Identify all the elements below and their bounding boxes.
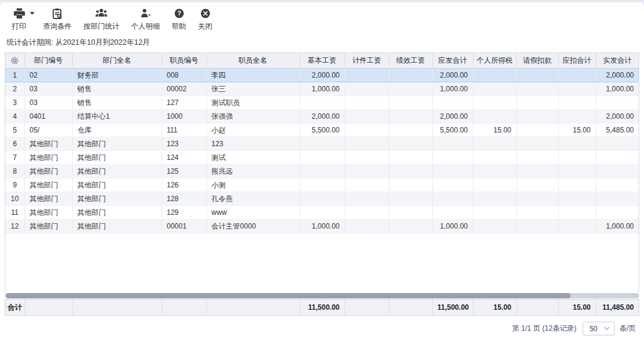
horizontal-scrollbar[interactable] bbox=[5, 293, 639, 298]
cell: 测试职员 bbox=[206, 96, 299, 110]
table-row[interactable]: 10其他部门其他部门128孔令燕 bbox=[5, 192, 639, 206]
close-button[interactable]: 关闭 bbox=[192, 8, 218, 32]
column-settings-button[interactable] bbox=[5, 53, 24, 69]
per-page-label: 条/页 bbox=[620, 323, 636, 334]
cell: 其他部门 bbox=[24, 206, 72, 220]
table-row[interactable]: 9其他部门其他部门126小测 bbox=[5, 178, 639, 192]
scrollbar-thumb[interactable] bbox=[6, 293, 571, 298]
cell bbox=[558, 137, 596, 151]
cell bbox=[516, 178, 558, 192]
data-grid: 部门编号 部门全名 职员编号 职员全名 基本工资 计件工资 绩效工资 应发合计 … bbox=[5, 53, 639, 293]
help-button[interactable]: ? 帮助 bbox=[166, 8, 192, 32]
cell: 9 bbox=[5, 178, 24, 192]
table-row[interactable]: 7其他部门其他部门124测试 bbox=[5, 151, 639, 165]
cell bbox=[345, 192, 389, 206]
page-size-value: 50 bbox=[590, 325, 597, 333]
table-row[interactable]: 11其他部门其他部门129www bbox=[5, 206, 639, 220]
cell bbox=[345, 206, 389, 220]
col-header-dept-no[interactable]: 部门编号 bbox=[24, 53, 72, 69]
col-header-leave-deduction[interactable]: 请假扣款 bbox=[516, 53, 558, 69]
total-row-container: 合计11,500.0011,500.0015.0015.0011,485.00 bbox=[5, 299, 639, 316]
cell bbox=[473, 206, 516, 220]
table-header-row: 部门编号 部门全名 职员编号 职员全名 基本工资 计件工资 绩效工资 应发合计 … bbox=[5, 53, 639, 69]
table-row[interactable]: 8其他部门其他部门125熊兆远 bbox=[5, 165, 639, 178]
cell bbox=[473, 192, 516, 206]
department-stats-button[interactable]: 按部门统计 bbox=[78, 8, 125, 32]
cell: 11 bbox=[5, 206, 24, 220]
cell: 5,500.00 bbox=[299, 124, 345, 137]
cell: 10 bbox=[5, 192, 24, 206]
col-header-emp-name[interactable]: 职员全名 bbox=[206, 53, 299, 69]
cell bbox=[389, 220, 432, 233]
cell bbox=[558, 96, 596, 110]
cell: 其他部门 bbox=[24, 192, 72, 206]
cell bbox=[432, 192, 473, 206]
table-row[interactable]: 6其他部门其他部门123123 bbox=[5, 137, 639, 151]
cell: 1,000.00 bbox=[596, 220, 639, 233]
chevron-down-icon bbox=[30, 12, 35, 15]
cell bbox=[345, 96, 389, 110]
cell bbox=[389, 82, 432, 96]
col-header-emp-no[interactable]: 职员编号 bbox=[162, 53, 206, 69]
personal-detail-button[interactable]: 个人明细 bbox=[125, 8, 166, 32]
cell: 008 bbox=[162, 69, 206, 82]
col-header-dept-name[interactable]: 部门全名 bbox=[72, 53, 162, 69]
total-cell bbox=[24, 300, 72, 315]
col-header-income-tax[interactable]: 个人所得税 bbox=[473, 53, 516, 69]
col-header-performance-salary[interactable]: 绩效工资 bbox=[389, 53, 432, 69]
cell: 00001 bbox=[162, 220, 206, 233]
cell: 8 bbox=[5, 165, 24, 178]
printer-icon bbox=[14, 8, 25, 19]
col-header-piece-salary[interactable]: 计件工资 bbox=[345, 53, 389, 69]
cell: 15.00 bbox=[558, 124, 596, 137]
gear-icon bbox=[10, 56, 19, 65]
cell bbox=[345, 178, 389, 192]
cell: 128 bbox=[162, 192, 206, 206]
table-row[interactable]: 303销售127测试职员 bbox=[5, 96, 639, 110]
total-cell: 11,485.00 bbox=[596, 300, 639, 315]
cell bbox=[345, 151, 389, 165]
table-row[interactable]: 102财务部008李四2,000.002,000.002,000.00 bbox=[5, 69, 639, 82]
table-row[interactable]: 40401结算中心11000张强强2,000.002,000.002,000.0… bbox=[5, 110, 639, 124]
col-header-basic-salary[interactable]: 基本工资 bbox=[299, 53, 345, 69]
print-button[interactable]: 打印 bbox=[6, 8, 32, 32]
chevron-down-icon bbox=[603, 326, 610, 331]
col-header-actual-total[interactable]: 实发合计 bbox=[596, 53, 639, 69]
page-size-select[interactable]: 50 bbox=[583, 322, 615, 335]
cell: 126 bbox=[162, 178, 206, 192]
cell bbox=[299, 165, 345, 178]
cell bbox=[389, 178, 432, 192]
col-header-payable-total[interactable]: 应发合计 bbox=[432, 53, 473, 69]
cell bbox=[473, 96, 516, 110]
cell: 其他部门 bbox=[72, 220, 162, 233]
cell bbox=[432, 206, 473, 220]
cell: 孔令燕 bbox=[206, 192, 299, 206]
cell bbox=[516, 96, 558, 110]
grid-empty-area bbox=[5, 233, 639, 293]
query-conditions-button[interactable]: 查询条件 bbox=[37, 8, 78, 32]
cell: 111 bbox=[162, 124, 206, 137]
total-cell bbox=[389, 300, 432, 315]
cell: 财务部 bbox=[72, 69, 162, 82]
cell: 12 bbox=[5, 220, 24, 233]
table-body: 102财务部008李四2,000.002,000.002,000.00203销售… bbox=[5, 69, 639, 233]
total-cell bbox=[206, 300, 299, 315]
cell bbox=[345, 220, 389, 233]
svg-text:?: ? bbox=[177, 10, 181, 17]
cell: 2,000.00 bbox=[299, 110, 345, 124]
pagination: 第 1/1 页 (12条记录) 50 条/页 bbox=[0, 322, 636, 335]
cell bbox=[389, 96, 432, 110]
cell bbox=[473, 220, 516, 233]
table-row[interactable]: 12其他部门其他部门00001会计主管00001,000.001,000.001… bbox=[5, 220, 639, 233]
cell bbox=[299, 192, 345, 206]
table-row[interactable]: 203销售00002张三1,000.001,000.001,000.00 bbox=[5, 82, 639, 96]
col-header-deduction-total[interactable]: 应扣合计 bbox=[558, 53, 596, 69]
cell: 00002 bbox=[162, 82, 206, 96]
table-row[interactable]: 505/仓库111小赵5,500.005,500.0015.0015.005,4… bbox=[5, 124, 639, 137]
cell: 其他部门 bbox=[24, 137, 72, 151]
department-group-icon bbox=[95, 8, 107, 19]
print-dropdown-button[interactable] bbox=[32, 8, 37, 15]
cell bbox=[516, 137, 558, 151]
cell: 结算中心1 bbox=[72, 110, 162, 124]
cell: 05/ bbox=[24, 124, 72, 137]
